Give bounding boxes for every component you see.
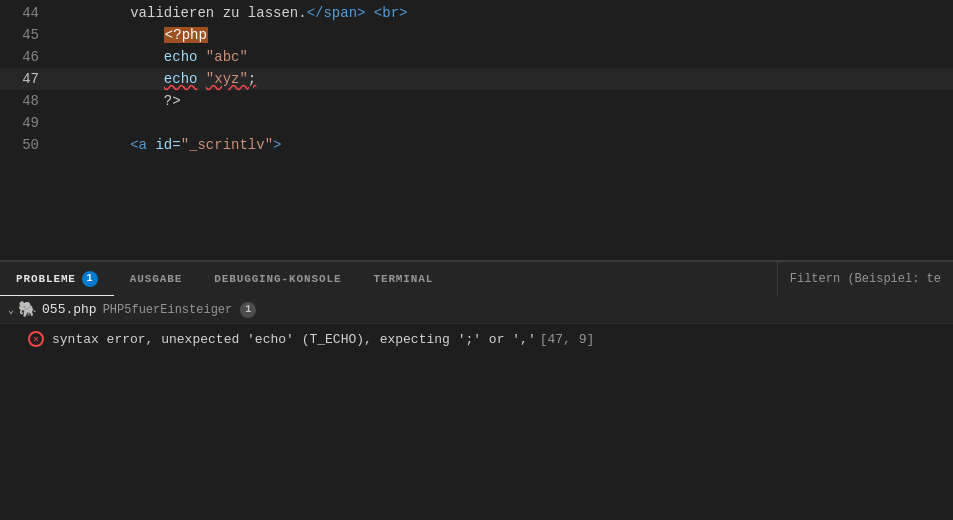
tab-terminal-label: TERMINAL [373, 273, 433, 285]
tab-terminal[interactable]: TERMINAL [357, 262, 449, 296]
tab-debugging[interactable]: DEBUGGING-KONSOLE [198, 262, 357, 296]
tabs-panel: PROBLEME 1 AUSGABE DEBUGGING-KONSOLE TER… [0, 261, 953, 296]
tab-probleme-badge: 1 [82, 271, 98, 287]
chevron-icon: ⌄ [8, 304, 14, 316]
file-error-badge: 1 [240, 302, 256, 318]
tab-debugging-label: DEBUGGING-KONSOLE [214, 273, 341, 285]
filter-area[interactable]: Filtern (Beispiel: te [777, 262, 953, 296]
code-line-44: 44 validieren zu lassen.</span> <br> [0, 2, 953, 24]
code-line-45: 45 <?php [0, 24, 953, 46]
line-number-46: 46 [0, 46, 55, 68]
filter-label: Filtern (Beispiel: te [790, 272, 941, 286]
line-number-44: 44 [0, 2, 55, 24]
error-message: syntax error, unexpected 'echo' (T_ECHO)… [52, 332, 594, 347]
code-line-48: 48 ?> [0, 90, 953, 112]
code-line-46: 46 echo "abc" [0, 46, 953, 68]
tab-ausgabe[interactable]: AUSGABE [114, 262, 198, 296]
code-line-49: 49 [0, 112, 953, 134]
line-number-45: 45 [0, 24, 55, 46]
line-number-49: 49 [0, 112, 55, 134]
file-name: 055.php [42, 302, 97, 317]
line-content-50: <a id="_scrintlv"> [55, 134, 953, 156]
editor-area: 44 validieren zu lassen.</span> <br> 45 … [0, 0, 953, 260]
code-line-47: 47 echo "xyz"; [0, 68, 953, 90]
line-content-49 [55, 112, 953, 134]
error-row[interactable]: ✕ syntax error, unexpected 'echo' (T_ECH… [0, 324, 953, 354]
line-content-44: validieren zu lassen.</span> <br> [55, 2, 953, 24]
folder-name: PHP5fuerEinsteiger [103, 303, 233, 317]
line-content-46: echo "abc" [55, 46, 953, 68]
error-message-text: syntax error, unexpected 'echo' (T_ECHO)… [52, 332, 536, 347]
line-number-50: 50 [0, 134, 55, 156]
line-number-48: 48 [0, 90, 55, 112]
elephant-icon: 🐘 [18, 300, 37, 319]
code-line-50: 50 <a id="_scrintlv"> [0, 134, 953, 156]
error-location: [47, 9] [540, 332, 595, 347]
error-icon: ✕ [28, 331, 44, 347]
line-content-48: ?> [55, 90, 953, 112]
file-row[interactable]: ⌄ 🐘 055.php PHP5fuerEinsteiger 1 [0, 296, 953, 324]
tab-probleme[interactable]: PROBLEME 1 [0, 262, 114, 296]
line-number-47: 47 [0, 68, 55, 90]
tab-probleme-label: PROBLEME [16, 273, 76, 285]
line-content-47: echo "xyz"; [55, 68, 953, 90]
line-content-45: <?php [55, 24, 953, 46]
tab-ausgabe-label: AUSGABE [130, 273, 182, 285]
problems-panel: ⌄ 🐘 055.php PHP5fuerEinsteiger 1 ✕ synta… [0, 296, 953, 354]
